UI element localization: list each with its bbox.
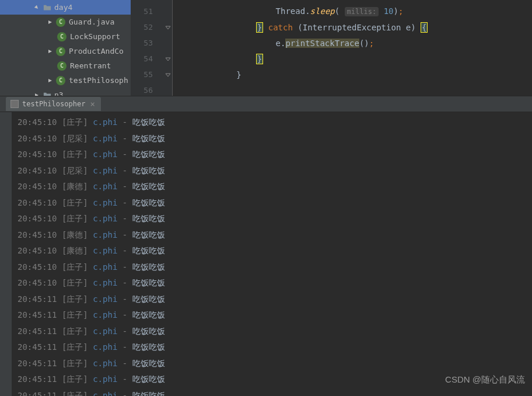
java-class-icon: C (56, 47, 65, 56)
tree-label: Reentrant (70, 61, 111, 70)
run-tab-bar: testPhilosopher × (0, 96, 532, 112)
log-line: 20:45:11 [庄子] c.phi - 吃饭吃饭 (18, 291, 532, 308)
folder-icon (43, 3, 52, 12)
tree-item-day4[interactable]: day4 (0, 0, 131, 15)
project-tree[interactable]: day4CGuard.javaCLockSupportCProductAndCo… (0, 0, 131, 96)
log-line: 20:45:11 [庄子] c.phi - 吃饭吃饭 (18, 324, 532, 340)
chevron-right-icon[interactable] (32, 91, 41, 96)
fold-gutter[interactable] (163, 0, 173, 96)
java-class-icon: C (57, 61, 66, 71)
log-line: 20:45:11 [庄子] c.phi - 吃饭吃饭 (18, 307, 532, 324)
tree-item-productandco[interactable]: CProductAndCo (0, 44, 131, 58)
log-line: 20:45:11 [庄子] c.phi - 吃饭吃饭 (18, 339, 532, 356)
log-line: 20:45:10 [庄子] c.phi - 吃饭吃饭 (18, 259, 532, 276)
log-line: 20:45:11 [庄子] c.phi - 吃饭吃饭 (18, 356, 532, 372)
tree-label: Guard.java (69, 18, 114, 26)
tree-label: ProductAndCo (69, 47, 124, 55)
log-line: 20:45:10 [康德] c.phi - 吃饭吃饭 (18, 227, 532, 244)
java-class-icon: C (56, 18, 65, 27)
java-class-icon: C (56, 76, 65, 85)
run-config-icon (10, 100, 19, 108)
log-line: 20:45:11 [庄子] c.phi - 吃饭吃饭 (18, 388, 532, 397)
tree-item-testphilosoph[interactable]: CtestPhilosoph (0, 73, 131, 88)
chevron-right-icon[interactable] (46, 47, 55, 56)
chevron-down-icon[interactable] (32, 3, 41, 12)
code-content[interactable]: Thread.sleep( millis: 10); } catch (Inte… (173, 0, 532, 96)
run-tab-testphilosopher[interactable]: testPhilosopher × (6, 97, 101, 111)
line-number-gutter: 515253545556 (131, 0, 163, 96)
tree-item-locksupport[interactable]: CLockSupport (0, 29, 131, 44)
log-line: 20:45:10 [庄子] c.phi - 吃饭吃饭 (18, 114, 532, 131)
console-gutter[interactable] (0, 112, 12, 396)
log-line: 20:45:10 [庄子] c.phi - 吃饭吃饭 (18, 275, 532, 291)
tree-label: day4 (54, 3, 72, 12)
tree-label: testPhilosoph (69, 76, 128, 85)
tree-label: n3 (54, 91, 64, 96)
log-line: 20:45:10 [庄子] c.phi - 吃饭吃饭 (18, 195, 532, 211)
tree-label: LockSupport (70, 32, 120, 41)
log-line: 20:45:10 [庄子] c.phi - 吃饭吃饭 (18, 211, 532, 227)
folder-icon (43, 91, 52, 96)
chevron-right-icon[interactable] (46, 76, 55, 85)
log-line: 20:45:10 [康德] c.phi - 吃饭吃饭 (18, 179, 532, 195)
log-line: 20:45:10 [尼采] c.phi - 吃饭吃饭 (18, 163, 532, 179)
run-tab-label: testPhilosopher (22, 100, 85, 108)
close-icon[interactable]: × (89, 99, 96, 109)
tree-item-guard-java[interactable]: CGuard.java (0, 15, 131, 29)
code-editor[interactable]: 515253545556 Thread.sleep( millis: 10); … (131, 0, 532, 96)
console-output[interactable]: 20:45:10 [庄子] c.phi - 吃饭吃饭20:45:10 [尼采] … (12, 112, 532, 396)
watermark: CSDN @随心自风流 (445, 374, 525, 385)
log-line: 20:45:10 [康德] c.phi - 吃饭吃饭 (18, 243, 532, 259)
java-class-icon: C (57, 32, 66, 41)
log-line: 20:45:10 [尼采] c.phi - 吃饭吃饭 (18, 131, 532, 147)
tree-item-reentrant[interactable]: CReentrant (0, 58, 131, 73)
log-line: 20:45:10 [庄子] c.phi - 吃饭吃饭 (18, 147, 532, 163)
tree-item-n3[interactable]: n3 (0, 88, 131, 96)
chevron-right-icon[interactable] (46, 18, 55, 27)
